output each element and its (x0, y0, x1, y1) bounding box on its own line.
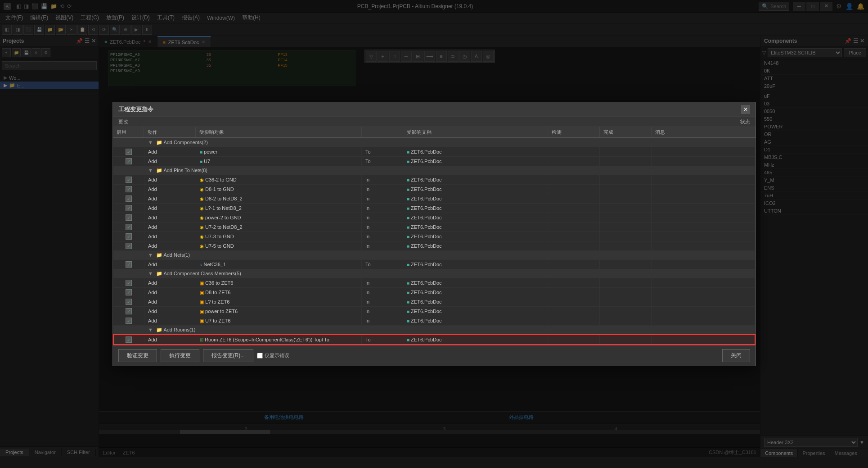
row-check-1-5[interactable] (113, 223, 144, 232)
row-dir-3-2: In (362, 297, 403, 307)
row-check-1-6[interactable] (113, 232, 144, 241)
table-row[interactable]: Add ◉ U7-5 to GND In ■ ZET6.PcbDoc (113, 241, 755, 251)
table-row[interactable]: Add ◉ U7-3 to GND In ■ ZET6.PcbDoc (113, 232, 755, 241)
ecn-modal: 工程变更指令 ✕ 更改 状态 启用 动作 受影响对象 受影响文档 检测 完成 (112, 102, 756, 366)
row-action-4-0: Add (144, 335, 196, 345)
row-detect-2-0 (548, 260, 600, 269)
group-row-g3[interactable]: ▼ 📁 Add Nets(1) (113, 251, 755, 260)
group-check-g3 (113, 251, 144, 260)
checkbox-icon-1-3 (126, 205, 132, 211)
row-doc-3-0: ■ ZET6.PcbDoc (403, 278, 548, 288)
row-message-1-3 (652, 204, 755, 213)
row-action-1-5: Add (144, 223, 196, 232)
changes-table-header: 启用 动作 受影响对象 受影响文档 检测 完成 消息 (113, 127, 756, 138)
group-row-g2[interactable]: ▼ 📁 Add Pins To Nets(8) (113, 166, 755, 175)
row-action-1-3: Add (144, 204, 196, 213)
modal-title-bar: 工程变更指令 ✕ (113, 102, 756, 117)
row-check-1-2[interactable] (113, 194, 144, 204)
row-action-0-1: Add (144, 157, 196, 166)
group-expand-g4[interactable]: ▼ (148, 271, 153, 276)
row-detect-3-2 (548, 297, 600, 307)
row-check-3-2[interactable] (113, 297, 144, 307)
table-row[interactable]: Add ◉ L?-1 to NetD8_2 In ■ ZET6.PcbDoc (113, 204, 755, 213)
group-row-g1[interactable]: ▼ 📁 Add Components(2) (113, 138, 755, 147)
row-obj-1-2: ◉ D8-2 to NetD8_2 (196, 194, 362, 204)
table-row[interactable]: Add ■ power To ■ ZET6.PcbDoc (113, 147, 755, 157)
group-expand-g1[interactable]: ▼ (148, 140, 153, 145)
row-detect-1-4 (548, 213, 600, 223)
table-row[interactable]: Add ▣ C36 to ZET6 In ■ ZET6.PcbDoc (113, 278, 755, 288)
group-text-g2: Add Pins To Nets(8) (163, 168, 207, 173)
execute-button[interactable]: 执行变更 (161, 349, 199, 362)
row-check-3-0[interactable] (113, 278, 144, 288)
row-message-3-4 (652, 316, 755, 326)
row-doc-1-7: ■ ZET6.PcbDoc (403, 241, 548, 251)
row-check-1-3[interactable] (113, 204, 144, 213)
row-check-0-0[interactable] (113, 147, 144, 157)
validate-button[interactable]: 验证变更 (118, 349, 157, 362)
row-doc-0-1: ■ ZET6.PcbDoc (403, 157, 548, 166)
table-row[interactable]: Add ◉ D8-2 to NetD8_2 In ■ ZET6.PcbDoc (113, 194, 755, 204)
table-row[interactable]: Add ▣ power to ZET6 In ■ ZET6.PcbDoc (113, 307, 755, 316)
group-row-g5[interactable]: ▼ 📁 Add Rooms(1) (113, 326, 755, 335)
table-row[interactable]: Add ■ U7 To ■ ZET6.PcbDoc (113, 157, 755, 166)
group-label-g1: ▼ 📁 Add Components(2) (144, 138, 755, 147)
row-message-1-5 (652, 223, 755, 232)
modal-close-x-button[interactable]: ✕ (741, 105, 750, 114)
modal-overlay: 工程变更指令 ✕ 更改 状态 启用 动作 受影响对象 受影响文档 检测 完成 (0, 0, 868, 468)
row-dir-1-2: In (362, 194, 403, 204)
row-message-3-0 (652, 278, 755, 288)
row-check-3-4[interactable] (113, 316, 144, 326)
row-obj-text-3-3: power to ZET6 (205, 309, 238, 314)
row-dir-1-1: In (362, 185, 403, 194)
group-expand-g5[interactable]: ▼ (148, 327, 153, 332)
row-message-1-2 (652, 194, 755, 204)
row-check-3-3[interactable] (113, 307, 144, 316)
row-check-0-1[interactable] (113, 157, 144, 166)
row-action-3-3: Add (144, 307, 196, 316)
group-expand-g2[interactable]: ▼ (148, 168, 153, 173)
row-check-1-4[interactable] (113, 213, 144, 223)
row-check-3-1[interactable] (113, 288, 144, 297)
row-doc-text-0-1: ZET6.PcbDoc (411, 159, 441, 164)
table-row[interactable]: Add ◉ power-2 to GND In ■ ZET6.PcbDoc (113, 213, 755, 223)
checkbox-icon-1-5 (126, 224, 132, 230)
group-expand-g3[interactable]: ▼ (148, 252, 153, 258)
modal-close-button[interactable]: 关闭 (722, 349, 750, 362)
row-dir-3-0: In (362, 278, 403, 288)
row-action-1-4: Add (144, 213, 196, 223)
group-folder-icon-g4: 📁 (156, 271, 162, 276)
group-row-g4[interactable]: ▼ 📁 Add Component Class Members(5) (113, 269, 755, 278)
checkbox-icon-3-3 (126, 308, 132, 314)
table-row[interactable]: Add ≈ NetC36_1 To ■ ZET6.PcbDoc (113, 260, 755, 269)
row-obj-text-1-1: D8-1 to GND (205, 186, 234, 192)
table-row[interactable]: Add ▣ U7 to ZET6 In ■ ZET6.PcbDoc (113, 316, 755, 326)
row-check-2-0[interactable] (113, 260, 144, 269)
modal-header-row: 更改 状态 (113, 117, 756, 127)
row-detect-1-2 (548, 194, 600, 204)
table-row[interactable]: Add ▣ L? to ZET6 In ■ ZET6.PcbDoc (113, 297, 755, 307)
row-done-1-4 (600, 213, 652, 223)
row-obj-text-2-0: NetC36_1 (204, 262, 226, 267)
table-row[interactable]: Add ▣ D8 to ZET6 In ■ ZET6.PcbDoc (113, 288, 755, 297)
row-dir-4-0: To (362, 335, 403, 345)
row-dir-1-6: In (362, 232, 403, 241)
checkbox-icon-1-1 (126, 186, 132, 192)
row-check-1-1[interactable] (113, 185, 144, 194)
col-detect: 检测 (548, 127, 599, 138)
row-dir-1-0: In (362, 175, 403, 185)
row-doc-3-3: ■ ZET6.PcbDoc (403, 307, 548, 316)
table-row[interactable]: Add ◉ U7-2 to NetD8_2 In ■ ZET6.PcbDoc (113, 223, 755, 232)
row-obj-text-1-5: U7-2 to NetD8_2 (205, 224, 243, 230)
row-check-1-7[interactable] (113, 241, 144, 251)
row-check-4-0[interactable] (113, 335, 144, 345)
table-row[interactable]: Add ⊞ Room ZET6 (Scope=InComponentClass(… (113, 335, 755, 345)
row-check-1-0[interactable] (113, 175, 144, 185)
row-detect-3-4 (548, 316, 600, 326)
table-row[interactable]: Add ◉ D8-1 to GND In ■ ZET6.PcbDoc (113, 185, 755, 194)
table-row[interactable]: Add ◉ C36-2 to GND In ■ ZET6.PcbDoc (113, 175, 755, 185)
report-button[interactable]: 报告变更(R)... (203, 349, 254, 362)
only-errors-text: 仅显示错误 (265, 352, 289, 359)
only-errors-checkbox[interactable] (257, 353, 263, 359)
col-affected-obj: 受影响对象 (196, 127, 361, 138)
